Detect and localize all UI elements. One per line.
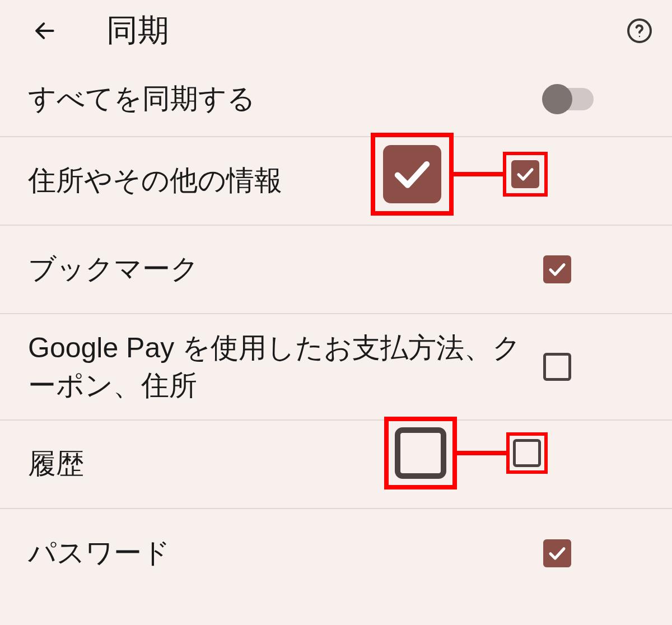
checkmark-icon <box>547 543 567 563</box>
sync-item-google-pay[interactable]: Google Pay を使用したお支払方法、クーポン、住所 <box>0 314 672 421</box>
sync-all-row[interactable]: すべてを同期する <box>0 62 672 137</box>
sync-item-label: ブックマーク <box>28 250 543 288</box>
sync-item-addresses[interactable]: 住所やその他の情報 <box>0 137 672 226</box>
help-icon <box>626 17 653 44</box>
sync-item-label: 履歴 <box>28 445 543 483</box>
toggle-knob <box>542 84 572 114</box>
back-button[interactable] <box>28 14 62 48</box>
sync-item-checkbox[interactable] <box>543 353 571 381</box>
app-header: 同期 <box>0 0 672 62</box>
sync-item-checkbox[interactable] <box>543 255 571 283</box>
sync-all-label: すべてを同期する <box>28 80 543 118</box>
sync-item-history[interactable]: 履歴 <box>0 421 672 509</box>
sync-item-label: パスワード <box>28 534 543 572</box>
sync-item-passwords[interactable]: パスワード <box>0 509 672 598</box>
svg-point-2 <box>639 36 640 37</box>
checkmark-icon <box>547 259 567 279</box>
sync-item-checkbox[interactable] <box>543 539 571 567</box>
sync-all-toggle[interactable] <box>543 88 594 110</box>
sync-item-label: 住所やその他の情報 <box>28 162 543 200</box>
sync-item-bookmarks[interactable]: ブックマーク <box>0 226 672 314</box>
sync-item-label: Google Pay を使用したお支払方法、クーポン、住所 <box>28 329 543 405</box>
page-title: 同期 <box>106 10 624 52</box>
back-arrow-icon <box>32 18 57 43</box>
help-button[interactable] <box>624 15 655 46</box>
